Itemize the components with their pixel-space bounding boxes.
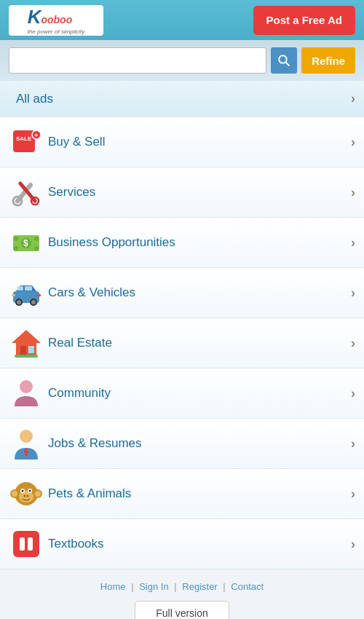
svg-point-43 [24,495,26,497]
search-bar: Refine [0,40,364,81]
svg-text:SALE: SALE [16,135,32,142]
realestate-icon [9,326,44,360]
svg-rect-24 [12,294,15,296]
svg-text:$: $ [23,238,28,248]
textbooks-icon [9,527,44,561]
svg-rect-45 [13,531,39,557]
footer: Home | Sign In | Register | Contact Full… [0,569,364,619]
svg-rect-25 [37,294,41,296]
category-label-all-ads: All ads [12,92,351,106]
footer-link-contact[interactable]: Contact [231,581,264,592]
svg-rect-28 [28,346,34,353]
svg-point-16 [34,246,39,251]
svg-text:+: + [34,132,38,139]
footer-link-signin[interactable]: Sign In [139,581,168,592]
category-label-cars: Cars & Vehicles [44,285,351,300]
svg-point-15 [14,246,18,251]
category-item-community[interactable]: Community › [0,368,364,419]
services-icon [9,175,44,210]
category-item-textbooks[interactable]: Textbooks › [0,519,364,569]
svg-point-42 [29,490,31,492]
full-version-button[interactable]: Full version [135,601,229,619]
business-icon: $ [9,225,44,260]
category-label-jobs: Jobs & Resumes [44,436,351,451]
category-label-pets: Pets & Animals [44,486,351,501]
cars-icon [9,275,44,310]
category-label-realestate: Real Estate [44,336,351,350]
chevron-icon-all-ads: › [351,91,355,106]
refine-button[interactable]: Refine [301,47,355,74]
svg-rect-47 [28,537,33,551]
category-item-all-ads[interactable]: All ads › [0,81,364,117]
chevron-icon-jobs: › [351,436,355,452]
chevron-icon-textbooks: › [351,537,355,552]
category-item-cars[interactable]: Cars & Vehicles › [0,268,364,318]
category-label-community: Community [44,386,351,401]
logo-rest: ooboo [41,14,72,25]
footer-link-home[interactable]: Home [100,581,126,592]
svg-line-1 [286,63,290,66]
chevron-icon-realestate: › [351,336,355,351]
svg-rect-46 [20,537,25,551]
svg-point-14 [34,237,39,241]
svg-point-13 [14,237,18,241]
svg-rect-19 [25,286,32,291]
svg-point-21 [17,300,21,304]
search-button[interactable] [271,47,297,74]
footer-link-register[interactable]: Register [182,581,217,592]
svg-point-41 [22,490,24,492]
svg-point-23 [31,300,36,304]
svg-point-37 [35,491,41,497]
buy-sell-icon: SALE + [9,125,44,159]
svg-point-31 [20,430,33,443]
search-input[interactable] [9,47,266,74]
category-item-jobs[interactable]: Jobs & Resumes › [0,419,364,469]
logo-sub: the power of simplicity [28,28,85,35]
header: K ooboo the power of simplicity Post a F… [0,0,364,40]
svg-point-0 [279,55,287,63]
category-label-services: Services [44,185,351,200]
svg-point-35 [12,491,17,497]
footer-sep-2: | [174,581,176,592]
community-icon [9,376,44,411]
svg-point-44 [27,495,29,497]
category-item-business[interactable]: $ Business Opportunities › [0,218,364,268]
svg-rect-27 [20,346,26,356]
pets-icon [9,476,44,511]
category-item-services[interactable]: Services › [0,167,364,218]
category-item-realestate[interactable]: Real Estate › [0,318,364,368]
chevron-icon-pets: › [351,486,355,502]
footer-sep-1: | [131,581,133,592]
post-ad-button[interactable]: Post a Free Ad [253,6,355,35]
category-label-textbooks: Textbooks [44,537,351,551]
category-label-buy-sell: Buy & Sell [44,135,351,149]
chevron-icon-business: › [351,235,355,251]
footer-links: Home | Sign In | Register | Contact [7,581,357,592]
footer-sep-3: | [223,581,225,592]
chevron-icon-cars: › [351,285,355,301]
svg-rect-29 [15,355,38,358]
category-item-buy-sell[interactable]: SALE + Buy & Sell › [0,117,364,167]
svg-point-30 [20,380,33,393]
chevron-icon-services: › [351,185,355,200]
chevron-icon-buy-sell: › [351,135,355,150]
svg-rect-18 [17,286,23,291]
search-icon [277,54,290,67]
category-label-business: Business Opportunities [44,235,351,250]
chevron-icon-community: › [351,386,355,401]
logo: K ooboo the power of simplicity [9,5,103,36]
logo-k: K [28,6,41,28]
category-list: All ads › SALE + Buy & Sell › [0,81,364,569]
jobs-icon [9,426,44,461]
category-item-pets[interactable]: Pets & Animals › [0,469,364,519]
